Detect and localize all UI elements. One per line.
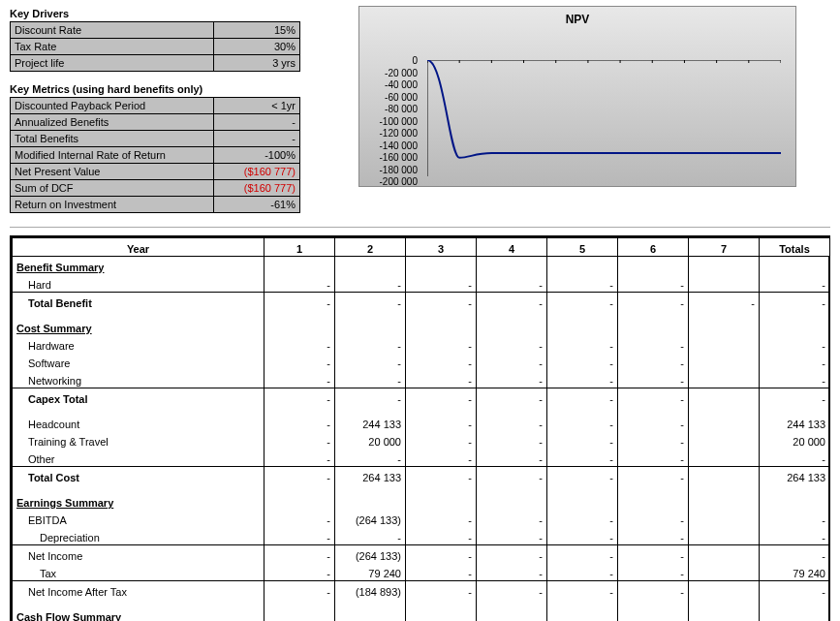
- grid-cell: -: [547, 353, 618, 370]
- grid-cell: -: [264, 414, 335, 431]
- chart-y-tick: -60 000: [365, 92, 418, 105]
- summary-grid-wrapper: Year 1 2 3 4 5 6 7 Totals Benefit Summar…: [10, 235, 830, 621]
- row-label: Total Benefit: [13, 293, 264, 311]
- metric-label: Return on Investment: [11, 197, 214, 213]
- grid-cell: -: [618, 431, 689, 449]
- grid-cell: -: [264, 449, 335, 467]
- top-region: Key Drivers Discount Rate15%Tax Rate30%P…: [10, 6, 830, 213]
- grid-cell: -: [264, 563, 335, 581]
- row-label: Depreciation: [13, 527, 264, 545]
- grid-cell: -: [264, 274, 335, 293]
- grid-cell: -: [406, 545, 477, 564]
- section-heading: Cost Summary: [13, 318, 264, 335]
- row-label: Networking: [13, 370, 264, 388]
- chart-y-tick: -40 000: [365, 79, 418, 92]
- grid-cell: [689, 353, 760, 370]
- chart-y-tick: -80 000: [365, 104, 418, 116]
- row-label: Net Income After Tax: [13, 581, 264, 600]
- row-label: Net Income: [13, 545, 264, 564]
- grid-header-col: 7: [689, 238, 760, 257]
- grid-cell: -: [335, 353, 406, 370]
- grid-cell: [689, 510, 760, 527]
- grid-cell: -: [335, 388, 406, 407]
- grid-header-totals: Totals: [760, 238, 830, 257]
- grid-header-col: 4: [477, 238, 547, 257]
- grid-cell: -: [335, 293, 406, 311]
- grid-cell: -: [760, 545, 830, 564]
- grid-cell: -: [618, 353, 689, 370]
- grid-cell: -: [406, 431, 477, 449]
- grid-cell: -: [477, 353, 547, 370]
- metric-label: Modified Internal Rate of Return: [11, 147, 214, 164]
- grid-header-year: Year: [13, 238, 264, 257]
- grid-cell: -: [264, 388, 335, 407]
- chart-y-tick: 0: [365, 55, 418, 68]
- grid-cell: -: [618, 414, 689, 431]
- grid-cell: -: [618, 274, 689, 293]
- grid-cell: -: [618, 449, 689, 467]
- grid-cell: -: [547, 414, 618, 431]
- metrics-table: Discounted Payback Period< 1yrAnnualized…: [10, 97, 300, 213]
- grid-cell: -: [547, 335, 618, 353]
- grid-cell: -: [406, 563, 477, 581]
- grid-header-col: 3: [406, 238, 477, 257]
- grid-cell: -: [477, 449, 547, 467]
- grid-cell: -: [335, 370, 406, 388]
- divider: [10, 227, 830, 228]
- grid-cell: -: [618, 510, 689, 527]
- driver-value: 3 yrs: [214, 55, 300, 72]
- grid-cell: [689, 414, 760, 431]
- grid-cell: -: [406, 510, 477, 527]
- section-heading: Benefit Summary: [13, 257, 264, 275]
- grid-cell: -: [406, 414, 477, 431]
- metric-value: -61%: [214, 197, 300, 213]
- chart-y-tick: -180 000: [365, 165, 418, 177]
- grid-cell: -: [477, 274, 547, 293]
- chart-y-tick: -100 000: [365, 116, 418, 129]
- grid-cell: -: [406, 581, 477, 600]
- grid-cell: -: [547, 449, 618, 467]
- npv-chart: NPV 0-20 000-40 000-60 000-80 000-100 00…: [358, 6, 796, 187]
- grid-cell: -: [477, 510, 547, 527]
- metric-label: Annualized Benefits: [11, 114, 214, 131]
- chart-y-tick: -200 000: [365, 176, 418, 189]
- grid-cell: -: [477, 370, 547, 388]
- grid-cell: -: [406, 293, 477, 311]
- grid-cell: -: [547, 510, 618, 527]
- driver-value: 15%: [214, 22, 300, 39]
- grid-cell: -: [618, 545, 689, 564]
- grid-cell: -: [264, 467, 335, 485]
- grid-cell: -: [760, 370, 830, 388]
- grid-cell: -: [335, 274, 406, 293]
- grid-cell: 264 133: [335, 467, 406, 485]
- grid-cell: -: [264, 335, 335, 353]
- grid-cell: [689, 274, 760, 293]
- grid-cell: -: [760, 335, 830, 353]
- grid-header-row: Year 1 2 3 4 5 6 7 Totals: [13, 238, 830, 257]
- grid-cell: -: [477, 545, 547, 564]
- grid-cell: -: [335, 335, 406, 353]
- grid-cell: [689, 335, 760, 353]
- metric-value: -100%: [214, 147, 300, 164]
- grid-cell: -: [618, 467, 689, 485]
- row-label: Capex Total: [13, 388, 264, 407]
- row-label: EBITDA: [13, 510, 264, 527]
- grid-cell: -: [547, 581, 618, 600]
- grid-cell: (264 133): [335, 510, 406, 527]
- section-heading: Cash Flow Summary: [13, 606, 264, 621]
- grid-cell: -: [760, 353, 830, 370]
- metric-value: -: [214, 131, 300, 147]
- metric-label: Total Benefits: [11, 131, 214, 147]
- chart-y-tick: -160 000: [365, 152, 418, 165]
- row-label: Software: [13, 353, 264, 370]
- grid-cell: -: [406, 335, 477, 353]
- metric-value: -: [214, 114, 300, 131]
- grid-cell: -: [547, 467, 618, 485]
- grid-cell: -: [618, 527, 689, 545]
- grid-cell: -: [335, 449, 406, 467]
- grid-cell: 244 133: [335, 414, 406, 431]
- grid-cell: -: [760, 510, 830, 527]
- metric-value: ($160 777): [214, 164, 300, 180]
- metric-label: Sum of DCF: [11, 180, 214, 197]
- section-heading: Earnings Summary: [13, 492, 264, 510]
